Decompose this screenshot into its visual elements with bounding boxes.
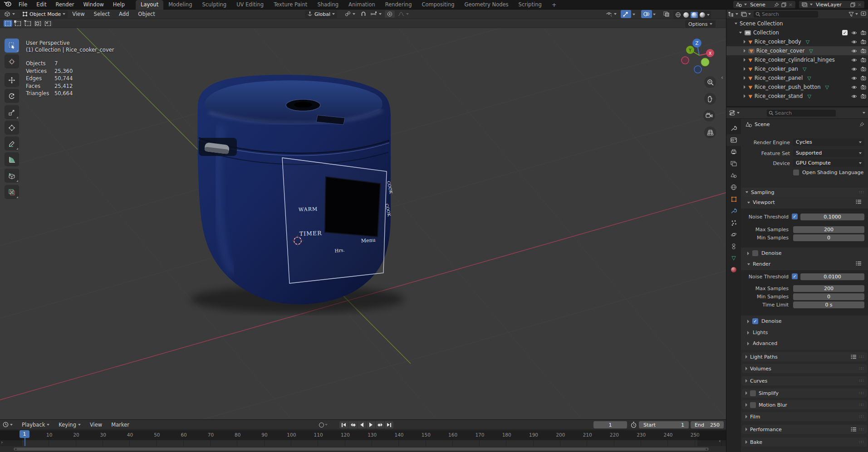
workspace-tab-uv-editing[interactable]: UV Editing (231, 0, 269, 10)
viewport-menu-select[interactable]: Select (89, 10, 114, 19)
proportional-falloff-button[interactable] (396, 10, 411, 18)
osl-checkbox[interactable] (793, 170, 799, 175)
tool-duplicate[interactable] (5, 185, 19, 199)
tab-physics[interactable] (726, 228, 741, 240)
scene-selector[interactable]: Scene × (733, 1, 795, 8)
viewport-subpanel-header[interactable]: Viewport (747, 199, 775, 205)
vp-noise-threshold-checkbox[interactable]: ✓ (792, 214, 798, 219)
hide-eye-icon[interactable] (851, 76, 857, 80)
tab-tool[interactable] (726, 122, 741, 134)
viewport-presets-icon[interactable] (856, 199, 862, 204)
collection-checkbox[interactable]: ✓ (842, 30, 848, 35)
jump-to-start-button[interactable] (339, 421, 348, 428)
panel-film[interactable]: Film ∷∷ (742, 412, 867, 421)
new-scene-icon[interactable] (781, 2, 786, 7)
simplify-grip-icon[interactable]: ∷∷ (859, 391, 863, 395)
tool-move[interactable] (5, 73, 19, 87)
tab-render[interactable] (726, 134, 741, 146)
workspace-tab-shading[interactable]: Shading (312, 0, 343, 10)
vp-denoise-checkbox[interactable] (752, 250, 758, 256)
timeline-ruler[interactable]: 1020304050607080901001101201301401501601… (0, 430, 726, 440)
pin-icon[interactable] (774, 2, 779, 7)
camera-view-button[interactable] (703, 110, 715, 122)
select-mode-extend-button[interactable] (14, 20, 22, 27)
disable-render-camera-icon[interactable] (861, 94, 866, 98)
new-viewlayer-icon[interactable] (850, 2, 855, 7)
panel-performance[interactable]: Performance ∷∷ (742, 425, 867, 434)
viewport-menu-object[interactable]: Object (133, 10, 159, 19)
osl-row[interactable]: Open Shading Language (793, 170, 863, 175)
sampling-panel-header[interactable]: Sampling ∷∷ (742, 188, 867, 197)
tool-add-cube[interactable] (5, 169, 19, 183)
film-grip-icon[interactable]: ∷∷ (859, 414, 863, 419)
gizmo-minus-y-axis[interactable] (701, 58, 709, 66)
disable-render-camera-icon[interactable] (861, 49, 866, 53)
workspace-tab-layout[interactable]: Layout (136, 0, 163, 10)
render-subpanel-header[interactable]: Render (747, 261, 770, 267)
performance-presets-icon[interactable] (851, 427, 857, 432)
select-mode-new-button[interactable] (4, 20, 12, 27)
timeline-track-area[interactable] (0, 440, 726, 446)
tool-select-box[interactable] (5, 39, 19, 53)
outliner-search[interactable] (754, 11, 818, 18)
feature-set-dropdown[interactable]: Supported (793, 149, 864, 157)
next-keyframe-button[interactable] (376, 421, 384, 428)
rn-denoise-row[interactable]: ✓ Denoise (747, 318, 782, 324)
tool-transform[interactable] (5, 121, 19, 135)
properties-search-input[interactable] (767, 110, 836, 117)
light-paths-presets-icon[interactable] (851, 355, 857, 359)
select-mode-intersect-button[interactable] (44, 20, 52, 27)
scrollbar-left-handle[interactable] (15, 448, 17, 450)
workspace-tab-compositing[interactable]: Compositing (417, 0, 459, 10)
rice-cooker-object[interactable]: WARM TIMER Menu Hrs. COOK COOK (191, 75, 404, 313)
snap-target-button[interactable] (368, 10, 384, 18)
outliner-row-scene-collection[interactable]: Scene Collection (726, 19, 868, 28)
end-frame-field[interactable]: End250 (691, 421, 724, 428)
auto-keying-button[interactable] (318, 421, 329, 428)
vp-denoise-row[interactable]: Denoise (747, 250, 782, 256)
pan-button[interactable] (704, 93, 716, 105)
menu-help[interactable]: Help (108, 0, 129, 9)
workspace-tab-sculpting[interactable]: Sculpting (197, 0, 231, 10)
hide-eye-icon[interactable] (851, 58, 857, 62)
editor-divider[interactable] (726, 10, 726, 452)
hide-eye-icon[interactable] (851, 67, 857, 71)
panel-volumes[interactable]: Volumes ∷∷ (742, 364, 867, 373)
outliner-row-object[interactable]: ▼Rice_cooker_cover▽ (726, 46, 868, 55)
tool-cursor[interactable] (5, 54, 19, 68)
current-frame-field[interactable]: 1 (593, 421, 627, 428)
hide-eye-icon[interactable] (851, 85, 857, 89)
disable-render-camera-icon[interactable] (861, 85, 866, 89)
outliner-row-object[interactable]: ▼Rice_cooker_stand▽ (726, 92, 868, 101)
gizmos-toggle[interactable] (621, 10, 631, 18)
panel-bake[interactable]: Bake ∷∷ (742, 437, 867, 447)
object-expand-icon[interactable] (744, 85, 745, 89)
viewport-menu-view[interactable]: View (68, 10, 89, 19)
overlays-toggle[interactable] (641, 10, 652, 18)
blender-logo-icon[interactable] (4, 1, 11, 8)
snap-toggle-button[interactable] (358, 10, 368, 18)
tab-object-data[interactable]: ▽ (726, 252, 741, 264)
tool-rotate[interactable] (5, 89, 19, 103)
transform-orientation-selector[interactable]: Global (305, 10, 337, 18)
bake-grip-icon[interactable]: ∷∷ (859, 440, 863, 444)
sidebar-collapse-arrow[interactable]: ‹ (721, 74, 723, 81)
collection-expand-icon[interactable] (739, 32, 742, 34)
workspace-tab-texture-paint[interactable]: Texture Paint (269, 0, 312, 10)
timeline-menu-playback[interactable]: Playback (17, 420, 54, 429)
gizmo-minus-z-axis[interactable] (694, 66, 701, 73)
performance-grip-icon[interactable]: ∷∷ (859, 427, 863, 432)
show-gizmo-dropdown[interactable] (603, 10, 619, 18)
object-expand-icon[interactable] (744, 58, 745, 62)
rn-noise-threshold-checkbox[interactable]: ✓ (792, 273, 798, 279)
rn-time-limit-field[interactable]: 0 s (793, 301, 864, 308)
tool-measure[interactable] (5, 152, 19, 166)
select-mode-invert-button[interactable] (34, 20, 42, 27)
outliner-display-mode-button[interactable] (728, 12, 738, 17)
outliner-filter-button[interactable] (848, 12, 858, 17)
outliner-properties-divider[interactable] (726, 106, 868, 107)
sampling-grip-icon[interactable]: ∷∷ (859, 190, 863, 194)
disable-render-camera-icon[interactable] (861, 39, 866, 44)
scene-collection-expand-icon[interactable] (735, 23, 737, 24)
timeline-editor-type-button[interactable] (3, 422, 13, 428)
